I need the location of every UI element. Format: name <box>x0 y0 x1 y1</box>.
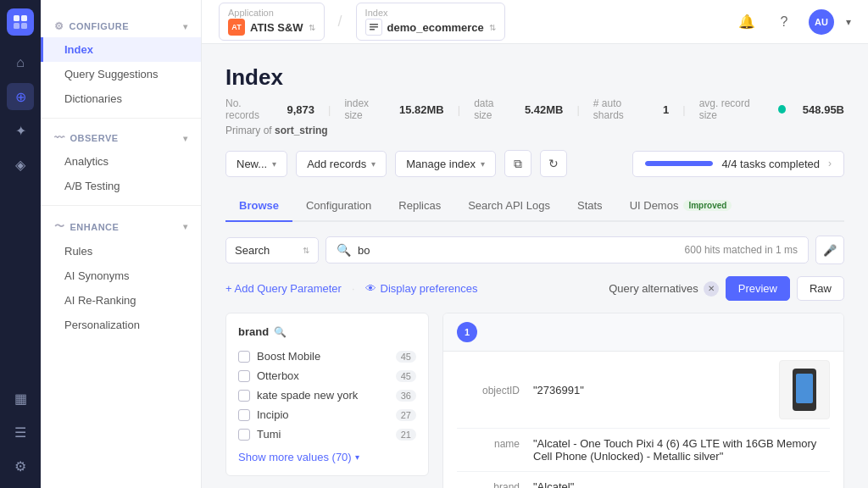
improved-badge: Improved <box>683 200 732 211</box>
nav-query-suggestions[interactable]: Query Suggestions <box>41 62 201 86</box>
preview-button[interactable]: Preview <box>726 276 790 301</box>
index-size-value: 15.82MB <box>399 103 444 116</box>
app-chevron: ⇅ <box>309 23 315 32</box>
user-avatar[interactable]: AU <box>809 9 834 35</box>
svg-rect-2 <box>14 23 19 29</box>
facet-count-3: 27 <box>396 409 416 421</box>
facet-item-1[interactable]: Otterbox 45 <box>238 366 416 385</box>
sidebar-icon-list[interactable]: ☰ <box>7 419 34 446</box>
svg-rect-0 <box>14 15 19 21</box>
nav-ab-testing[interactable]: A/B Testing <box>41 174 201 198</box>
eye-icon: 👁 <box>365 282 376 295</box>
notifications-button[interactable]: 🔔 <box>734 9 760 35</box>
facet-count-2: 36 <box>396 390 416 402</box>
meta-sep1: | <box>328 103 331 116</box>
enhance-section[interactable]: 〜 ENHANCE ▾ <box>41 213 201 239</box>
sidebar-icon-star[interactable]: ✦ <box>7 117 34 144</box>
facet-item-4[interactable]: Tumi 21 <box>238 424 416 444</box>
index-selector[interactable]: Index demo_ecommerce ⇅ <box>356 3 505 41</box>
nav-index[interactable]: Index <box>41 37 201 62</box>
sidebar-icon-diamond[interactable]: ◈ <box>7 151 34 178</box>
raw-button[interactable]: Raw <box>797 276 844 301</box>
nav-ai-reranking[interactable]: AI Re-Ranking <box>41 288 201 313</box>
query-alternatives-close[interactable]: ✕ <box>704 281 719 297</box>
tab-ui-demos[interactable]: UI Demos Improved <box>616 191 746 222</box>
manage-index-button[interactable]: Manage index ▾ <box>395 151 496 177</box>
facet-count-0: 45 <box>396 351 416 363</box>
index-label: Index <box>365 8 496 18</box>
data-size-value: 5.42MB <box>525 103 564 116</box>
app-logo <box>7 8 34 36</box>
sidebar-icon-chart[interactable]: ▦ <box>7 385 34 412</box>
svg-rect-1 <box>21 15 27 21</box>
avg-record-label: avg. record size <box>699 97 765 121</box>
tab-configuration[interactable]: Configuration <box>292 191 385 222</box>
nav-rules[interactable]: Rules <box>41 239 201 263</box>
app-label: Application <box>228 8 315 18</box>
field-name-name: name <box>457 437 533 450</box>
copy-button[interactable]: ⧉ <box>504 150 531 177</box>
index-meta: No. records 9,873 | index size 15.82MB |… <box>225 97 844 121</box>
index-size-label: index size <box>344 97 386 121</box>
configure-section[interactable]: ⚙ CONFIGURE ▾ <box>41 14 201 37</box>
facet-count-4: 21 <box>396 429 416 441</box>
facet-checkbox-1[interactable] <box>238 370 250 382</box>
tab-search-api-logs[interactable]: Search API Logs <box>454 191 564 222</box>
tab-stats[interactable]: Stats <box>564 191 616 222</box>
svg-rect-5 <box>370 26 378 28</box>
facet-item-0[interactable]: Boost Mobile 45 <box>238 347 416 366</box>
svg-rect-3 <box>21 23 27 29</box>
no-records-value: 9,873 <box>287 103 314 116</box>
sidebar-icon-search[interactable]: ⊕ <box>7 83 34 110</box>
sidebar-icon-home[interactable]: ⌂ <box>7 49 34 76</box>
facet-search-icon[interactable]: 🔍 <box>274 326 287 338</box>
field-row-brand: brand "Alcatel" <box>457 472 830 488</box>
observe-section[interactable]: 〰 OBSERVE ▾ <box>41 125 201 149</box>
tasks-button[interactable]: 4/4 tasks completed › <box>632 151 844 177</box>
field-row-objectid: objectID "2736991" <box>457 352 830 429</box>
facet-checkbox-3[interactable] <box>238 409 250 421</box>
app-selector[interactable]: Application AT ATIS S&W ⇅ <box>219 3 325 41</box>
display-preferences-button[interactable]: 👁 Display preferences <box>365 282 478 295</box>
configure-chevron: ▾ <box>183 22 188 31</box>
tab-replicas[interactable]: Replicas <box>385 191 454 222</box>
phone-icon <box>793 369 816 411</box>
facet-item-2[interactable]: kate spade new york 36 <box>238 385 416 405</box>
new-chevron: ▾ <box>272 159 276 169</box>
search-row: Search ⇅ 🔍 600 hits matched in 1 ms 🎤 <box>225 236 844 264</box>
index-chevron: ⇅ <box>489 23 496 32</box>
help-button[interactable]: ? <box>771 9 797 35</box>
search-type-select[interactable]: Search ⇅ <box>225 237 319 263</box>
field-value-brand: "Alcatel" <box>533 480 830 488</box>
sidebar-icon-settings[interactable]: ⚙ <box>7 452 34 480</box>
enhance-chevron: ▾ <box>183 222 188 231</box>
brand-facet: brand 🔍 Boost Mobile 45 Otterbox 45 <box>225 313 429 476</box>
user-menu-chevron[interactable]: ▾ <box>846 16 851 28</box>
add-query-param-button[interactable]: + Add Query Parameter <box>225 279 342 298</box>
manage-index-chevron: ▾ <box>481 159 485 169</box>
refresh-button[interactable]: ↻ <box>540 150 567 177</box>
nav-ai-synonyms[interactable]: AI Synonyms <box>41 263 201 288</box>
search-input[interactable] <box>358 244 678 257</box>
results-area: brand 🔍 Boost Mobile 45 Otterbox 45 <box>225 313 844 488</box>
show-more-button[interactable]: Show more values (70) ▾ <box>238 451 416 463</box>
record-fields: objectID "2736991" name "Alcatel - One T… <box>443 352 843 488</box>
field-name-brand: brand <box>457 480 533 488</box>
facet-checkbox-2[interactable] <box>238 390 250 402</box>
nav-personalization[interactable]: Personalization <box>41 313 201 337</box>
svg-rect-4 <box>370 24 378 25</box>
new-button[interactable]: New... ▾ <box>225 151 287 177</box>
facet-checkbox-0[interactable] <box>238 351 250 363</box>
main-area: Application AT ATIS S&W ⇅ / Index demo_e… <box>202 0 868 488</box>
page-title: Index <box>225 64 844 91</box>
index-icon <box>365 19 382 36</box>
facet-label-4: Tumi <box>257 428 281 441</box>
facet-checkbox-4[interactable] <box>238 429 250 441</box>
facet-item-3[interactable]: Incipio 27 <box>238 405 416 424</box>
add-records-button[interactable]: Add records ▾ <box>296 151 387 177</box>
nav-dictionaries[interactable]: Dictionaries <box>41 86 201 111</box>
microphone-button[interactable]: 🎤 <box>815 236 844 264</box>
record-header: 1 <box>443 313 843 352</box>
nav-analytics[interactable]: Analytics <box>41 149 201 174</box>
tab-browse[interactable]: Browse <box>225 191 292 222</box>
